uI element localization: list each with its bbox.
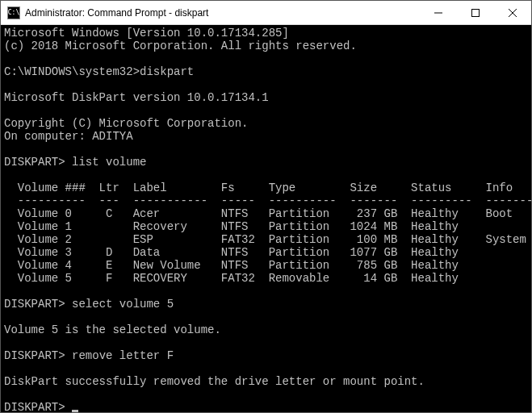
cmd-remove-letter: remove letter F <box>65 349 174 362</box>
close-button[interactable] <box>494 1 531 25</box>
close-icon <box>509 9 517 17</box>
msg-volume-selected: Volume 5 is the selected volume. <box>4 323 221 336</box>
volume-table-header: Volume ### Ltr Label Fs Type Size Status… <box>4 181 513 194</box>
diskpart-version: Microsoft DiskPart version 10.0.17134.1 <box>4 91 269 104</box>
command-prompt-window: C:\ Administrator: Command Prompt - disk… <box>0 0 532 413</box>
prompt-diskpart: DISKPART> <box>4 401 65 412</box>
titlebar[interactable]: C:\ Administrator: Command Prompt - disk… <box>1 1 531 25</box>
diskpart-copyright: Copyright (C) Microsoft Corporation. <box>4 117 248 130</box>
prompt-diskpart: DISKPART> <box>4 298 65 311</box>
window-title: Administrator: Command Prompt - diskpart <box>25 7 420 19</box>
maximize-button[interactable] <box>457 1 494 25</box>
computer-name-line: On computer: ADITYA <box>4 130 133 143</box>
table-row: Volume 2 ESP FAT32 Partition 100 MB Heal… <box>4 233 526 246</box>
table-row: Volume 1 Recovery NTFS Partition 1024 MB… <box>4 220 459 233</box>
svg-rect-1 <box>472 9 480 16</box>
cursor <box>72 410 78 412</box>
copyright-line: (c) 2018 Microsoft Corporation. All righ… <box>4 40 357 52</box>
os-version-line: Microsoft Windows [Version 10.0.17134.28… <box>4 27 289 40</box>
table-row: Volume 3 D Data NTFS Partition 1077 GB H… <box>4 246 459 259</box>
table-row: Volume 5 F RECOVERY FAT32 Removable 14 G… <box>4 272 459 285</box>
prompt-diskpart: DISKPART> <box>4 156 65 169</box>
minimize-button[interactable] <box>420 1 457 25</box>
prompt-diskpart: DISKPART> <box>4 349 65 362</box>
table-row: Volume 4 E New Volume NTFS Partition 785… <box>4 259 459 272</box>
msg-letter-removed: DiskPart successfully removed the drive … <box>4 375 425 388</box>
cmd-select-volume: select volume 5 <box>65 298 174 311</box>
minimize-icon <box>434 9 442 17</box>
cmd-diskpart: diskpart <box>140 65 194 78</box>
volume-table-divider: ---------- --- ----------- ----- -------… <box>4 194 531 207</box>
cmd-list-volume: list volume <box>65 156 147 169</box>
terminal-output[interactable]: Microsoft Windows [Version 10.0.17134.28… <box>1 25 531 412</box>
prompt-system32: C:\WINDOWS\system32> <box>4 65 140 78</box>
table-row: Volume 0 C Acer NTFS Partition 237 GB He… <box>4 207 513 220</box>
window-controls <box>420 1 531 25</box>
cmd-icon: C:\ <box>7 6 20 19</box>
maximize-icon <box>471 9 480 17</box>
